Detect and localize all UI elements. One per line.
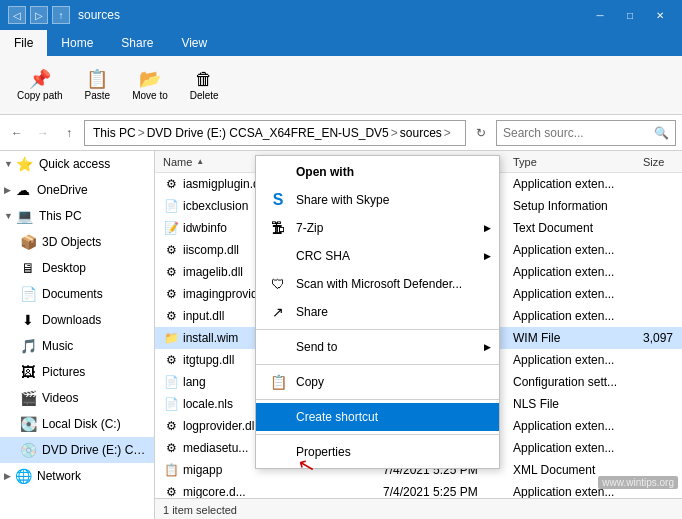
title-bar: ◁ ▷ ↑ sources ─ □ ✕ <box>0 0 682 30</box>
context-menu-item-send-to[interactable]: Send to <box>256 333 499 361</box>
sidebar-item-dvd-drive[interactable]: 💿 DVD Drive (E:) CCS... <box>0 437 154 463</box>
crc-sha-icon <box>268 246 288 266</box>
file-icon: ⚙ <box>163 418 179 434</box>
context-menu-item-create-shortcut[interactable]: Create shortcut <box>256 403 499 431</box>
file-type-cell: WIM File <box>505 331 635 345</box>
properties-icon <box>268 442 288 462</box>
file-icon: 📄 <box>163 396 179 412</box>
title-icon-forward[interactable]: ▷ <box>30 6 48 24</box>
search-box[interactable]: 🔍 <box>496 120 676 146</box>
sidebar-item-3d-objects[interactable]: 📦 3D Objects <box>0 229 154 255</box>
file-type-cell: Application exten... <box>505 265 635 279</box>
title-icon-back[interactable]: ◁ <box>8 6 26 24</box>
sidebar-item-documents[interactable]: 📄 Documents <box>0 281 154 307</box>
open-with-label: Open with <box>296 165 487 179</box>
delete-icon: 🗑 <box>195 70 213 88</box>
send-to-label: Send to <box>296 340 487 354</box>
sidebar-item-desktop[interactable]: 🖥 Desktop <box>0 255 154 281</box>
videos-label: Videos <box>42 391 78 405</box>
context-menu-separator <box>256 364 499 365</box>
context-menu-item-7zip[interactable]: 🗜7-Zip <box>256 214 499 242</box>
downloads-icon: ⬇ <box>20 312 36 328</box>
tab-file[interactable]: File <box>0 30 47 56</box>
path-this-pc[interactable]: This PC <box>93 126 136 140</box>
desktop-label: Desktop <box>42 261 86 275</box>
sidebar-item-network[interactable]: ▶ 🌐 Network <box>0 463 154 489</box>
window-controls: ─ □ ✕ <box>586 5 674 25</box>
dvd-drive-label: DVD Drive (E:) CCS... <box>42 443 146 457</box>
status-bar: 1 item selected <box>155 498 682 519</box>
ribbon-paste[interactable]: 📋 Paste <box>76 65 120 106</box>
minimize-button[interactable]: ─ <box>586 5 614 25</box>
file-type-cell: Setup Information <box>505 199 635 213</box>
open-with-icon <box>268 162 288 182</box>
ribbon-copy-path[interactable]: 📌 Copy path <box>8 65 72 106</box>
move-to-icon: 📂 <box>139 70 161 88</box>
forward-button[interactable]: → <box>32 122 54 144</box>
ribbon-delete[interactable]: 🗑 Delete <box>181 65 228 106</box>
sidebar-item-pictures[interactable]: 🖼 Pictures <box>0 359 154 385</box>
name-sort-arrow: ▲ <box>196 157 204 166</box>
sidebar-item-local-disk[interactable]: 💽 Local Disk (C:) <box>0 411 154 437</box>
back-button[interactable]: ← <box>6 122 28 144</box>
context-menu-separator <box>256 329 499 330</box>
file-icon: ⚙ <box>163 352 179 368</box>
file-icon: 📝 <box>163 220 179 236</box>
file-type-cell: Text Document <box>505 221 635 235</box>
file-type-cell: Application exten... <box>505 441 635 455</box>
context-menu-item-scan-defender[interactable]: 🛡Scan with Microsoft Defender... <box>256 270 499 298</box>
tab-home[interactable]: Home <box>47 30 107 56</box>
sidebar-item-this-pc[interactable]: ▼ 💻 This PC <box>0 203 154 229</box>
local-disk-label: Local Disk (C:) <box>42 417 121 431</box>
local-disk-icon: 💽 <box>20 416 36 432</box>
7zip-label: 7-Zip <box>296 221 487 235</box>
file-type-cell: Application exten... <box>505 419 635 433</box>
context-menu-item-share[interactable]: ↗Share <box>256 298 499 326</box>
tab-view[interactable]: View <box>167 30 221 56</box>
ribbon-move-to[interactable]: 📂 Move to <box>123 65 177 106</box>
path-sources[interactable]: sources <box>400 126 442 140</box>
title-icon-up[interactable]: ↑ <box>52 6 70 24</box>
create-shortcut-label: Create shortcut <box>296 410 487 424</box>
onedrive-icon: ☁ <box>15 182 31 198</box>
file-icon: ⚙ <box>163 176 179 192</box>
sidebar-item-music[interactable]: 🎵 Music <box>0 333 154 359</box>
file-name-cell: ⚙ migcore.d... <box>155 484 375 498</box>
tab-share[interactable]: Share <box>107 30 167 56</box>
this-pc-label: This PC <box>39 209 82 223</box>
refresh-button[interactable]: ↻ <box>470 122 492 144</box>
context-menu-item-crc-sha[interactable]: CRC SHA <box>256 242 499 270</box>
context-menu-item-open-with[interactable]: Open with <box>256 158 499 186</box>
network-label: Network <box>37 469 81 483</box>
share-label: Share <box>296 305 487 319</box>
file-type-cell: XML Document <box>505 463 635 477</box>
col-header-type[interactable]: Type <box>505 156 635 168</box>
col-header-size[interactable]: Size <box>635 156 682 168</box>
this-pc-icon: 💻 <box>17 208 33 224</box>
context-menu-separator <box>256 399 499 400</box>
close-button[interactable]: ✕ <box>646 5 674 25</box>
ribbon: File Home Share View 📌 Copy path 📋 Paste… <box>0 30 682 115</box>
7zip-icon: 🗜 <box>268 218 288 238</box>
videos-icon: 🎬 <box>20 390 36 406</box>
desktop-icon: 🖥 <box>20 260 36 276</box>
file-icon: ⚙ <box>163 264 179 280</box>
sidebar-item-videos[interactable]: 🎬 Videos <box>0 385 154 411</box>
path-sep-1: > <box>138 126 145 140</box>
search-input[interactable] <box>503 126 654 140</box>
address-path[interactable]: This PC > DVD Drive (E:) CCSA_X64FRE_EN-… <box>84 120 466 146</box>
file-icon: 📄 <box>163 374 179 390</box>
context-menu-item-share-skype[interactable]: SShare with Skype <box>256 186 499 214</box>
downloads-label: Downloads <box>42 313 101 327</box>
dvd-drive-icon: 💿 <box>20 442 36 458</box>
context-menu-item-properties[interactable]: Properties <box>256 438 499 466</box>
sidebar-item-downloads[interactable]: ⬇ Downloads <box>0 307 154 333</box>
context-menu-item-copy[interactable]: 📋Copy <box>256 368 499 396</box>
up-button[interactable]: ↑ <box>58 122 80 144</box>
sidebar-item-quick-access[interactable]: ▼ ⭐ Quick access <box>0 151 154 177</box>
quick-access-label: Quick access <box>39 157 110 171</box>
maximize-button[interactable]: □ <box>616 5 644 25</box>
file-type-cell: Application exten... <box>505 243 635 257</box>
path-dvd-drive[interactable]: DVD Drive (E:) CCSA_X64FRE_EN-US_DV5 <box>147 126 389 140</box>
sidebar-item-onedrive[interactable]: ▶ ☁ OneDrive <box>0 177 154 203</box>
